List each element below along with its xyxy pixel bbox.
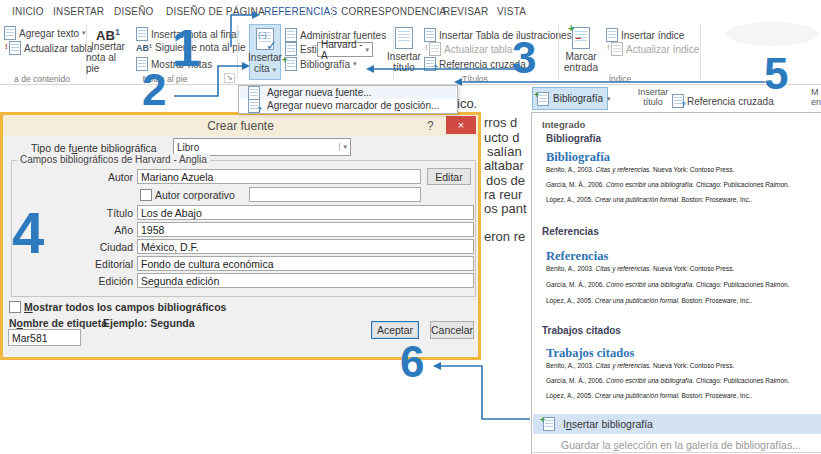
- menu-divider: [533, 452, 821, 453]
- title-label: Título: [33, 207, 133, 219]
- author-field[interactable]: Mariano Azuela: [137, 169, 421, 184]
- tab-separator: [332, 5, 333, 18]
- menu-item-add-placeholder[interactable]: Agregar nuevo marcador de posición...: [240, 99, 456, 112]
- edit-button[interactable]: Editar: [427, 168, 471, 185]
- cancel-button[interactable]: Cancelar: [430, 321, 474, 339]
- bib-entry: García, M. Á., 2006. Cómo escribir una b…: [546, 377, 790, 384]
- update-index-disabled-button: Actualizar índice: [606, 42, 699, 56]
- clipped-ribbon-fragment: Men: [811, 87, 821, 107]
- insert-index-icon: [606, 28, 618, 42]
- cross-reference-small-button[interactable]: Referencia cruzada: [672, 94, 774, 108]
- table-figures-label: Insertar Tabla de ilustraciones: [439, 30, 572, 41]
- menu-item-insert-bibliography[interactable]: Insertar bibliografía: [533, 414, 821, 434]
- tab-revisar[interactable]: REVISAR: [443, 0, 488, 22]
- city-field[interactable]: México, D.F.: [137, 239, 474, 254]
- gallery-header: Integrado: [542, 119, 585, 130]
- dialog-titlebar[interactable]: Crear fuente ? ×: [3, 115, 478, 136]
- insert-index-button[interactable]: Insertar índice: [606, 28, 684, 42]
- insert-citation-button[interactable]: (–)✓ Insertar cita ▾: [249, 24, 281, 80]
- create-source-dialog: Crear fuente ? × Tipo de fuente bibliogr…: [0, 112, 481, 360]
- annotation-number-3: 3: [512, 36, 536, 80]
- doc-fragment: rros d: [484, 115, 517, 130]
- tab-insertar[interactable]: INSERTAR: [53, 0, 104, 22]
- manage-sources-icon: [285, 28, 297, 42]
- insert-index-label: Insertar índice: [621, 30, 684, 41]
- document-text-column: rros d ucto d salían altabar dos de ra r…: [484, 112, 530, 262]
- insert-citation-menu: Agregar nueva fuente... Agregar nuevo ma…: [238, 85, 458, 114]
- table-figures-icon: [424, 28, 436, 42]
- next-footnote-icon: AB¹: [136, 43, 152, 53]
- update-table-button[interactable]: Actualizar tabla: [4, 41, 92, 55]
- tab-referencias[interactable]: REFERENCIAS: [264, 0, 337, 22]
- tag-name-field[interactable]: Mar581: [8, 329, 81, 346]
- bib-entry: López, A., 2005. Crear una publicación f…: [546, 392, 752, 399]
- bib-entry: Benito, A., 2003. Citas y referencias. N…: [546, 265, 734, 272]
- save-selection-label: Guardar la selección en la galería de bi…: [561, 439, 801, 451]
- update-table-gray-icon: [429, 42, 441, 56]
- gallery-item-trabajos-citados[interactable]: Trabajos citados: [542, 325, 621, 336]
- style-select[interactable]: Harvard - A ▾: [317, 42, 373, 57]
- tab-inicio[interactable]: INICIO: [12, 0, 44, 22]
- annotation-number-2: 2: [142, 68, 166, 112]
- tag-example-label: Ejemplo: Segunda: [103, 317, 195, 329]
- tab-diseno[interactable]: DISEÑO: [114, 0, 154, 22]
- placeholder-icon: [248, 99, 260, 113]
- insert-caption-icon: [395, 27, 413, 49]
- doc-fragment: ra reur: [484, 187, 522, 202]
- update-table-gray-label: Actualizar tabla: [444, 44, 512, 55]
- title-field[interactable]: Los de Abajo: [137, 205, 474, 220]
- annotation-number-5: 5: [764, 52, 788, 96]
- edition-label: Edición: [33, 275, 133, 287]
- bibliography-button[interactable]: Bibliografía ▾: [285, 57, 357, 71]
- group-separator: [558, 25, 559, 79]
- publisher-field[interactable]: Fondo de cultura económica: [137, 256, 474, 271]
- update-table-icon: [9, 41, 21, 55]
- chevron-down-icon: ▾: [607, 95, 611, 103]
- gallery-item-bibliografia[interactable]: Bibliografía: [546, 133, 601, 144]
- update-table-disabled-button: Actualizar tabla: [424, 42, 512, 56]
- footnotes-dialog-launcher-icon[interactable]: ↘: [224, 73, 235, 83]
- bibliography-label: Bibliografía: [300, 59, 350, 70]
- bib-entry: Benito, A., 2003. Citas y referencias. N…: [546, 166, 734, 173]
- year-field[interactable]: 1958: [137, 222, 474, 237]
- chevron-down-icon: ▾: [339, 143, 347, 151]
- author-label: Autor: [33, 171, 133, 183]
- bib-entry: López, A., 2005. Crear una publicación f…: [546, 297, 752, 304]
- tag-name-label: Nombre de etiqueta: [9, 317, 107, 329]
- corporate-author-field[interactable]: [249, 187, 421, 202]
- gallery-item-referencias[interactable]: Referencias: [542, 226, 599, 237]
- mark-entry-icon: +−: [572, 27, 590, 49]
- update-index-gray-icon: [611, 42, 623, 56]
- close-icon[interactable]: ×: [446, 116, 476, 134]
- bibliography-dropdown-button[interactable]: Bibliografía ▾: [532, 87, 608, 110]
- add-text-icon: [4, 26, 16, 40]
- city-label: Ciudad: [33, 241, 133, 253]
- insert-caption-button[interactable]: Insertar título: [388, 24, 420, 78]
- tab-correspondencia[interactable]: CORRESPONDENCIA: [341, 0, 446, 22]
- menu-item-add-new-source[interactable]: Agregar nueva fuente...: [240, 86, 456, 99]
- bibliography-gallery-panel: Integrado Bibliografía Bibliografía Beni…: [531, 112, 821, 454]
- chevron-down-icon: ▾: [365, 46, 369, 54]
- year-label: Año: [33, 224, 133, 236]
- style-icon: [285, 42, 297, 56]
- corporate-author-checkbox[interactable]: [140, 189, 152, 201]
- help-icon[interactable]: ?: [427, 119, 434, 133]
- bib-entry: García, M. Á., 2006. Cómo escribir una b…: [546, 281, 790, 288]
- add-placeholder-label: Agregar nuevo marcador de posición...: [267, 100, 439, 111]
- edition-field[interactable]: Segunda edición: [137, 273, 474, 288]
- cross-reference-button[interactable]: Referencia cruzada: [424, 57, 526, 71]
- add-text-label: Agregar texto: [19, 28, 79, 39]
- preview-heading: Referencias: [546, 249, 608, 264]
- insert-caption-small[interactable]: Insertar título: [636, 87, 670, 107]
- tab-vista[interactable]: VISTA: [497, 0, 526, 22]
- group-separator: [237, 25, 238, 79]
- add-text-button[interactable]: Agregar texto ▾: [4, 26, 86, 40]
- insert-table-figures-button[interactable]: Insertar Tabla de ilustraciones: [424, 28, 572, 42]
- preview-heading: Bibliografía: [546, 150, 610, 165]
- preview-heading: Trabajos citados: [546, 346, 634, 361]
- insert-bibliography-icon: [543, 417, 555, 431]
- show-all-fields-checkbox[interactable]: [9, 301, 21, 313]
- update-table-label: Actualizar tabla: [24, 43, 92, 54]
- insert-footnote-label2: nota al pie: [86, 52, 130, 74]
- bibliography-icon: [285, 57, 297, 71]
